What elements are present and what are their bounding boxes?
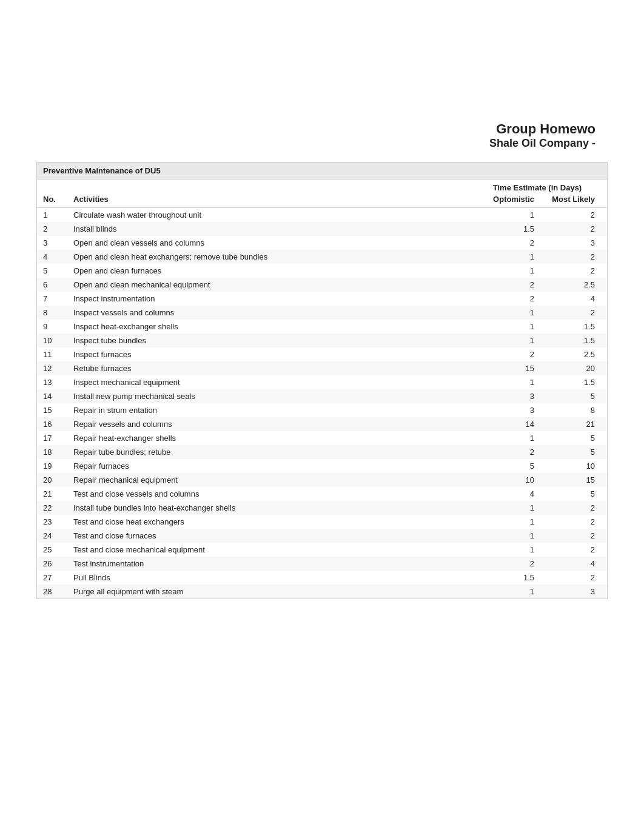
row-no: 7 xyxy=(37,292,67,306)
row-no: 16 xyxy=(37,417,67,431)
table-row: 12Retube furnaces1520 xyxy=(37,361,607,375)
row-optimistic: 3 xyxy=(468,389,540,403)
row-no: 17 xyxy=(37,431,67,445)
row-most-likely: 3 xyxy=(540,236,607,250)
row-optimistic: 2 xyxy=(468,347,540,361)
row-most-likely: 5 xyxy=(540,389,607,403)
row-no: 1 xyxy=(37,208,67,223)
row-most-likely: 5 xyxy=(540,445,607,459)
table-row: 22Install tube bundles into heat-exchang… xyxy=(37,501,607,515)
row-most-likely: 2 xyxy=(540,515,607,529)
table-row: 18Repair tube bundles; retube25 xyxy=(37,445,607,459)
table-row: 10Inspect tube bundles11.5 xyxy=(37,334,607,347)
table-row: 27Pull Blinds1.52 xyxy=(37,571,607,585)
row-activity: Repair heat-exchanger shells xyxy=(67,431,468,445)
row-most-likely: 2 xyxy=(540,501,607,515)
row-optimistic: 2 xyxy=(468,445,540,459)
row-most-likely: 1.5 xyxy=(540,320,607,334)
row-most-likely: 8 xyxy=(540,403,607,417)
row-optimistic: 1 xyxy=(468,501,540,515)
row-activity: Test and close heat exchangers xyxy=(67,515,468,529)
row-optimistic: 1.5 xyxy=(468,222,540,236)
row-optimistic: 1 xyxy=(468,306,540,320)
header-title: Group Homewo xyxy=(12,121,595,137)
row-activity: Open and clean furnaces xyxy=(67,264,468,278)
row-most-likely: 20 xyxy=(540,361,607,375)
row-optimistic: 5 xyxy=(468,459,540,473)
row-optimistic: 1 xyxy=(468,250,540,264)
row-no: 23 xyxy=(37,515,67,529)
row-no: 28 xyxy=(37,585,67,599)
table-row: 24Test and close furnaces12 xyxy=(37,529,607,543)
row-activity: Repair mechanical equipment xyxy=(67,473,468,487)
table-row: 11Inspect furnaces22.5 xyxy=(37,347,607,361)
row-activity: Inspect instrumentation xyxy=(67,292,468,306)
row-activity: Inspect mechanical equipment xyxy=(67,375,468,389)
table-row: 13Inspect mechanical equipment11.5 xyxy=(37,375,607,389)
row-most-likely: 2 xyxy=(540,543,607,557)
table-container: Preventive Maintenance of DU5 Time Estim… xyxy=(36,162,608,599)
table-row: 14Install new pump mechanical seals35 xyxy=(37,389,607,403)
row-optimistic: 1 xyxy=(468,334,540,347)
col-header-optimistic: Optomistic xyxy=(468,193,540,208)
row-most-likely: 2 xyxy=(540,306,607,320)
row-most-likely: 2.5 xyxy=(540,278,607,292)
row-most-likely: 3 xyxy=(540,585,607,599)
table-row: 1Circulate wash water throughout unit12 xyxy=(37,208,607,223)
table-body: 1Circulate wash water throughout unit122… xyxy=(37,208,607,599)
table-row: 23Test and close heat exchangers12 xyxy=(37,515,607,529)
row-no: 8 xyxy=(37,306,67,320)
row-no: 10 xyxy=(37,334,67,347)
table-row: 16Repair vessels and columns1421 xyxy=(37,417,607,431)
row-optimistic: 2 xyxy=(468,236,540,250)
row-most-likely: 1.5 xyxy=(540,334,607,347)
row-most-likely: 2.5 xyxy=(540,347,607,361)
row-no: 15 xyxy=(37,403,67,417)
row-activity: Repair tube bundles; retube xyxy=(67,445,468,459)
row-optimistic: 1 xyxy=(468,375,540,389)
activities-table: Time Estimate (in Days) No. Activities O… xyxy=(37,179,607,599)
row-activity: Install blinds xyxy=(67,222,468,236)
row-optimistic: 1 xyxy=(468,208,540,223)
section-header: Preventive Maintenance of DU5 xyxy=(37,163,607,179)
row-optimistic: 1 xyxy=(468,585,540,599)
row-activity: Open and clean mechanical equipment xyxy=(67,278,468,292)
col-header-activities: Activities xyxy=(67,193,468,208)
row-no: 20 xyxy=(37,473,67,487)
table-row: 26Test instrumentation24 xyxy=(37,557,607,571)
row-optimistic: 2 xyxy=(468,292,540,306)
row-most-likely: 5 xyxy=(540,487,607,501)
row-no: 27 xyxy=(37,571,67,585)
row-optimistic: 1 xyxy=(468,320,540,334)
row-most-likely: 1.5 xyxy=(540,375,607,389)
row-most-likely: 15 xyxy=(540,473,607,487)
time-estimate-header: Time Estimate (in Days) xyxy=(468,179,607,193)
row-no: 21 xyxy=(37,487,67,501)
table-row: 7Inspect instrumentation24 xyxy=(37,292,607,306)
row-no: 12 xyxy=(37,361,67,375)
row-most-likely: 2 xyxy=(540,222,607,236)
row-most-likely: 5 xyxy=(540,431,607,445)
row-no: 3 xyxy=(37,236,67,250)
col-header-most-likely: Most Likely xyxy=(540,193,607,208)
row-activity: Inspect tube bundles xyxy=(67,334,468,347)
row-no: 2 xyxy=(37,222,67,236)
row-activity: Repair vessels and columns xyxy=(67,417,468,431)
time-estimate-header-spacer xyxy=(37,179,468,193)
row-optimistic: 1 xyxy=(468,543,540,557)
table-row: 25Test and close mechanical equipment12 xyxy=(37,543,607,557)
header-subtitle: Shale Oil Company - xyxy=(12,137,595,150)
row-no: 5 xyxy=(37,264,67,278)
row-activity: Inspect furnaces xyxy=(67,347,468,361)
row-optimistic: 1 xyxy=(468,529,540,543)
row-no: 18 xyxy=(37,445,67,459)
row-no: 22 xyxy=(37,501,67,515)
table-row: 3Open and clean vessels and columns23 xyxy=(37,236,607,250)
row-activity: Pull Blinds xyxy=(67,571,468,585)
row-most-likely: 4 xyxy=(540,557,607,571)
row-no: 24 xyxy=(37,529,67,543)
row-no: 14 xyxy=(37,389,67,403)
row-activity: Install new pump mechanical seals xyxy=(67,389,468,403)
row-optimistic: 15 xyxy=(468,361,540,375)
table-row: 17Repair heat-exchanger shells15 xyxy=(37,431,607,445)
